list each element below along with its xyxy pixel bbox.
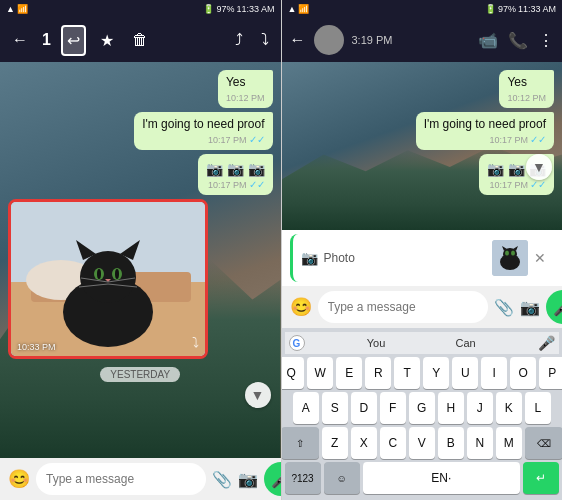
key-l[interactable]: L — [525, 392, 551, 424]
key-d[interactable]: D — [351, 392, 377, 424]
delete-button[interactable]: 🗑 — [128, 27, 152, 53]
keyboard-suggestions-row: G You Can 🎤 — [285, 332, 560, 354]
keyboard-row-3: ⇧ Z X C V B N M ⌫ — [285, 427, 560, 459]
keyboard: G You Can 🎤 Q W E R T Y U I O P A S D F … — [282, 328, 563, 500]
key-b[interactable]: B — [438, 427, 464, 459]
cam-icon-r1: 📷 — [487, 161, 504, 177]
emoji-key[interactable]: ☺ — [324, 462, 360, 494]
key-i[interactable]: I — [481, 357, 507, 389]
wifi-icon: ▲ — [6, 4, 15, 14]
left-emoji-button[interactable]: 😊 — [8, 468, 30, 490]
right-attach-button[interactable]: 📎 — [494, 298, 514, 317]
svg-point-10 — [97, 269, 101, 279]
scroll-down-button[interactable]: ▼ — [245, 382, 271, 408]
contact-avatar[interactable] — [314, 25, 344, 55]
key-m[interactable]: M — [496, 427, 522, 459]
left-messages: Yes 10:12 PM I'm going to need proof 10:… — [0, 62, 281, 458]
message-yes-right: Yes 10:12 PM — [499, 70, 554, 108]
left-status-right: 🔋 97% 11:33 AM — [203, 4, 274, 14]
voice-call-button[interactable]: 📞 — [508, 31, 528, 50]
left-toolbar: ← 1 ↩ ★ 🗑 ⤴ ⤵ — [0, 18, 281, 62]
left-panel: ▲ 📶 🔋 97% 11:33 AM ← 1 ↩ ★ 🗑 ⤴ ⤵ Yes 10:… — [0, 0, 281, 500]
left-camera-button[interactable]: 📷 — [238, 470, 258, 489]
cat-image-inner: ⤵ 10:33 PM — [11, 202, 205, 356]
forward-button[interactable]: ⤵ — [257, 27, 273, 53]
space-key[interactable]: EN· — [363, 462, 521, 494]
right-scroll-down[interactable]: ▼ — [526, 154, 552, 180]
cam-icon-r2: 📷 — [508, 161, 525, 177]
header-action-icons: 📹 📞 ⋮ — [478, 31, 554, 50]
back-icon-r[interactable]: ← — [290, 31, 306, 49]
share-button[interactable]: ⤴ — [231, 27, 247, 53]
camera-icons-row: 📷 📷 📷 — [206, 161, 265, 177]
suggestion-can[interactable]: Can — [448, 335, 484, 351]
panel-divider — [281, 0, 282, 500]
key-c[interactable]: C — [380, 427, 406, 459]
key-k[interactable]: K — [496, 392, 522, 424]
enter-key[interactable]: ↵ — [523, 462, 559, 494]
right-chat-header: ← 3:19 PM 📹 📞 ⋮ — [282, 18, 563, 62]
battery-icon-r: 🔋 — [485, 4, 496, 14]
back-button[interactable]: ← — [8, 27, 32, 53]
msg-text: Yes — [226, 75, 246, 89]
right-mic-button[interactable]: 🎤 — [546, 290, 563, 324]
right-messages: Yes 10:12 PM I'm going to need proof 10:… — [282, 62, 563, 230]
key-j[interactable]: J — [467, 392, 493, 424]
menu-button[interactable]: ⋮ — [538, 31, 554, 50]
key-n[interactable]: N — [467, 427, 493, 459]
suggestion-you[interactable]: You — [359, 335, 394, 351]
forward-icon: ⤵ — [192, 334, 199, 350]
key-g[interactable]: G — [409, 392, 435, 424]
reply-close-button[interactable]: ✕ — [534, 250, 546, 266]
key-w[interactable]: W — [307, 357, 333, 389]
key-z[interactable]: Z — [322, 427, 348, 459]
key-f[interactable]: F — [380, 392, 406, 424]
key-p[interactable]: P — [539, 357, 562, 389]
left-message-input[interactable] — [36, 463, 206, 495]
msg-text: Yes — [507, 75, 527, 89]
reply-preview: 📷 Photo ✕ — [290, 234, 555, 282]
key-e[interactable]: E — [336, 357, 362, 389]
read-ticks-r: ✓✓ — [530, 179, 546, 190]
google-g-icon: G — [289, 335, 305, 351]
video-call-button[interactable]: 📹 — [478, 31, 498, 50]
yesterday-badge: YESTERDAY — [100, 367, 180, 382]
key-u[interactable]: U — [452, 357, 478, 389]
right-status-icons: ▲ 📶 — [288, 4, 310, 14]
key-t[interactable]: T — [394, 357, 420, 389]
key-a[interactable]: A — [293, 392, 319, 424]
contact-info: 3:19 PM — [352, 34, 471, 46]
right-emoji-button[interactable]: 😊 — [290, 296, 312, 318]
star-button[interactable]: ★ — [96, 27, 118, 54]
selection-count: 1 — [42, 31, 51, 49]
key-q[interactable]: Q — [282, 357, 305, 389]
keyboard-row-2: A S D F G H J K L — [285, 392, 560, 424]
key-v[interactable]: V — [409, 427, 435, 459]
key-y[interactable]: Y — [423, 357, 449, 389]
key-h[interactable]: H — [438, 392, 464, 424]
right-input-area: 😊 📎 📷 🎤 — [282, 286, 563, 328]
key-s[interactable]: S — [322, 392, 348, 424]
key-r[interactable]: R — [365, 357, 391, 389]
cat-image-svg — [11, 202, 205, 356]
left-attach-button[interactable]: 📎 — [212, 470, 232, 489]
msg-time: 10:17 PM ✓✓ — [206, 179, 265, 190]
key-o[interactable]: O — [510, 357, 536, 389]
svg-point-24 — [511, 251, 515, 256]
left-status-bar: ▲ 📶 🔋 97% 11:33 AM — [0, 0, 281, 18]
left-input-bar: 😊 📎 📷 🎤 — [0, 458, 281, 500]
keyboard-mic-icon[interactable]: 🎤 — [538, 335, 555, 351]
key-x[interactable]: X — [351, 427, 377, 459]
right-status-right: 🔋 97% 11:33 AM — [485, 4, 556, 14]
reply-button[interactable]: ↩ — [61, 25, 86, 56]
reply-camera-icon: 📷 — [301, 250, 318, 266]
num-key[interactable]: ?123 — [285, 462, 321, 494]
battery-icon: 🔋 — [203, 4, 214, 14]
msg-time-r: 10:17 PM ✓✓ — [487, 179, 546, 190]
cat-image-bubble[interactable]: ⤵ 10:33 PM — [8, 199, 208, 359]
right-message-input[interactable] — [318, 291, 488, 323]
right-camera-button[interactable]: 📷 — [520, 298, 540, 317]
backspace-key[interactable]: ⌫ — [525, 427, 562, 459]
left-mic-button[interactable]: 🎤 — [264, 462, 281, 496]
shift-key[interactable]: ⇧ — [282, 427, 319, 459]
